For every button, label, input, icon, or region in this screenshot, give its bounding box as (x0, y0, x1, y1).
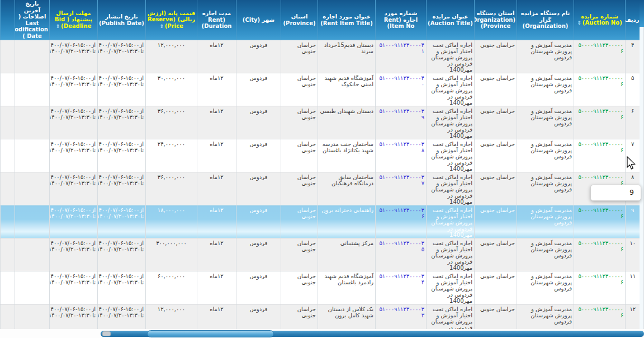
column-label: ردیف (626, 17, 640, 23)
scrollbar-resize-nub[interactable] (102, 331, 111, 336)
cell-deadline: از۱۴۰۰/۰۷/۰۶-۱۵:۰۰تا۱۴۰۰/۰۷/۲۰-۱۳:۳۰ (50, 40, 98, 73)
horizontal-scrollbar (0, 329, 644, 338)
vertical-scrollbar-track[interactable] (640, 27, 644, 329)
cell-item_no: ۵۱۰۰۰۹۱۱۲۳۰۰۰۰۳۴ (376, 271, 427, 304)
cell-rownum: ۵ (626, 73, 640, 106)
table-row[interactable]: ۸۵۰۰۰۰۹۱۱۲۳۰۰۰۰۰۶مدیریت آموزش و پرورش شه… (1, 172, 640, 205)
cell-item_title: ساختمان سابق درمانگاه فرهنگیان (318, 172, 376, 205)
rent-item-link[interactable]: ۵۱۰۰۰۹۱۱۲۳۰۰۰۰۳۵ (379, 240, 424, 252)
table-row[interactable]: ۹۵۰۰۰۰۹۱۱۲۳۰۰۰۰۰۶مدیریت آموزش و پرورش شه… (1, 205, 640, 238)
cell-province: خراسان جنوبی (281, 106, 318, 139)
cell-auction_title: اجاره اماکن تحت اختیار آموزش و پرورش شهر… (427, 73, 475, 106)
cell-rownum: ۹ (626, 205, 640, 238)
cell-duration: ۱۲ماه (197, 40, 236, 73)
mouse-cursor-icon (626, 156, 636, 171)
cell-auction_no: ۵۰۰۰۰۹۱۱۲۳۰۰۰۰۰۶ (574, 139, 626, 172)
cell-price: ۲۴,۰۰۰,۰۰۰ (146, 139, 197, 172)
column-header-price[interactable]: قیمت پایه (ارزش ریالی) (Reserve Price)⇕ (146, 0, 197, 40)
cell-org_province: خراسان جنوبی (475, 172, 517, 205)
cell-auction_title: اجاره اماکن تحت اختیار آموزش و پرورش شهر… (427, 271, 475, 304)
cell-item_no: ۵۱۰۰۰۹۱۱۲۳۰۰۰۰۳۶ (376, 205, 427, 238)
cell-org: مدیریت آموزش و پرورش شهرستان فردوس (517, 40, 574, 73)
table-row[interactable]: ۵۵۰۰۰۰۹۱۱۲۳۰۰۰۰۰۶مدیریت آموزش و پرورش شه… (1, 73, 640, 106)
date-range-line: تا۱۴۰۰/۰۷/۲۰-۱۳:۳۰ (100, 213, 144, 219)
cell-rownum: ۱۱ (626, 271, 640, 304)
cell-price: ۳۰۰,۰۰۰,۰۰۰ (146, 238, 197, 271)
cell-last_mod (15, 139, 50, 172)
cell-org: مدیریت آموزش و پرورش شهرستان فردوس (517, 73, 574, 106)
auction-table: ردیفشماره مزایده (Auction No)⇕نام دستگاه… (0, 0, 640, 338)
cell-last_mod (15, 73, 50, 106)
cell-duration: ۱۲ماه (197, 238, 236, 271)
cell-deadline: از۱۴۰۰/۰۷/۰۶-۱۵:۰۰تا۱۴۰۰/۰۷/۲۰-۱۳:۳۰ (50, 106, 98, 139)
date-range-line: از۱۴۰۰/۰۷/۰۶-۱۵:۰۰ (51, 75, 96, 81)
cell-province: خراسان جنوبی (281, 73, 318, 106)
rent-item-link[interactable]: ۵۱۰۰۰۹۱۱۲۳۰۰۰۰۴۰ (379, 75, 424, 87)
cell-duration: ۱۲ماه (197, 205, 236, 238)
cell-duration: ۱۲ماه (197, 139, 236, 172)
cell-province: خراسان جنوبی (281, 139, 318, 172)
cell-city: فردوس (236, 106, 281, 139)
table-row[interactable]: ۷۵۰۰۰۰۹۱۱۲۳۰۰۰۰۰۶مدیریت آموزش و پرورش شه… (1, 139, 640, 172)
cell-auction_no: ۵۰۰۰۰۹۱۱۲۳۰۰۰۰۰۶ (574, 40, 626, 73)
cell-deadline: از۱۴۰۰/۰۷/۰۶-۱۵:۰۰تا۱۴۰۰/۰۷/۲۰-۱۳:۳۰ (50, 238, 98, 271)
table-row[interactable]: ۴۵۰۰۰۰۹۱۱۲۳۰۰۰۰۰۶مدیریت آموزش و پرورش شه… (1, 40, 640, 73)
cell-rownum: ۶ (626, 106, 640, 139)
rent-item-link[interactable]: ۵۱۰۰۰۹۱۱۲۳۰۰۰۰۳۳ (379, 306, 424, 318)
column-label: عنوان مزایده (Auction Title) (428, 13, 473, 26)
rent-item-link[interactable]: ۵۱۰۰۰۹۱۱۲۳۰۰۰۰۳۸ (379, 141, 424, 153)
cell-city: فردوس (236, 238, 281, 271)
column-header-province: استان (Province) (281, 0, 318, 40)
cell-deadline: از۱۴۰۰/۰۷/۰۶-۱۵:۰۰تا۱۴۰۰/۰۷/۲۰-۱۳:۳۰ (50, 139, 98, 172)
column-header-duration: مدت اجاره (Rent Duration) (197, 0, 236, 40)
rent-item-link[interactable]: ۵۱۰۰۰۹۱۱۲۳۰۰۰۰۴۱ (379, 42, 424, 54)
rent-item-link[interactable]: ۵۱۰۰۰۹۱۱۲۳۰۰۰۰۳۷ (379, 174, 424, 186)
table-body: ۴۵۰۰۰۰۹۱۱۲۳۰۰۰۰۰۶مدیریت آموزش و پرورش شه… (1, 40, 640, 338)
cell-org_province: خراسان جنوبی (475, 205, 517, 238)
date-range-line: از۱۴۰۰/۰۷/۰۶-۱۵:۰۰ (100, 108, 144, 114)
cell-item_title: دبستان قدیم15خرداد سرند (318, 40, 376, 73)
cell-org_province: خراسان جنوبی (475, 271, 517, 304)
cell-province: خراسان جنوبی (281, 238, 318, 271)
cell-edge (1, 73, 15, 106)
column-header-deadline[interactable]: مهلت ارسال پیشنهاد ( Bid Deadline)⇕ (50, 0, 98, 40)
cell-price: ۱۸,۰۰۰,۰۰۰ (146, 205, 197, 238)
cell-publish: از۱۴۰۰/۰۷/۰۶-۱۵:۰۰تا۱۴۰۰/۰۷/۲۰-۱۳:۳۰ (98, 172, 146, 205)
cell-price: ۱۲,۰۰۰,۰۰۰ (146, 40, 197, 73)
cell-item_title: آموزشگاه قدیم شهید رادمرد باغستان (318, 271, 376, 304)
cell-edge (1, 205, 15, 238)
rent-item-link[interactable]: ۵۱۰۰۰۹۱۱۲۳۰۰۰۰۳۴ (379, 273, 424, 285)
row-number-tooltip: 9 (590, 185, 641, 201)
column-label: نام دستگاه مزایده گزار (Organization) (521, 10, 570, 29)
cell-org_province: خراسان جنوبی (475, 238, 517, 271)
cell-last_mod (15, 106, 50, 139)
column-header-last_mod: تاریخ آخرین اصلاحات ( Last Modification … (15, 0, 50, 40)
column-header-org: نام دستگاه مزایده گزار (Organization) (517, 0, 574, 40)
date-range-line: از۱۴۰۰/۰۷/۰۶-۱۵:۰۰ (100, 174, 144, 180)
cell-item_no: ۵۱۰۰۰۹۱۱۲۳۰۰۰۰۴۱ (376, 40, 427, 73)
rent-item-link[interactable]: ۵۱۰۰۰۹۱۱۲۳۰۰۰۰۳۹ (379, 108, 424, 120)
cell-item_no: ۵۱۰۰۰۹۱۱۲۳۰۰۰۰۳۸ (376, 139, 427, 172)
auction-number: ۵۰۰۰۰۹۱۱۲۳۰۰۰۰۰۶ (578, 273, 623, 285)
table-row[interactable]: ۶۵۰۰۰۰۹۱۱۲۳۰۰۰۰۰۶مدیریت آموزش و پرورش شه… (1, 106, 640, 139)
date-range-line: از۱۴۰۰/۰۷/۰۶-۱۵:۰۰ (51, 174, 96, 180)
cell-city: فردوس (236, 271, 281, 304)
date-range-line: تا۱۴۰۰/۰۷/۲۰-۱۳:۳۰ (100, 180, 144, 186)
date-range-line: تا۱۴۰۰/۰۷/۲۰-۱۳:۳۰ (51, 312, 96, 318)
cell-org: مدیریت آموزش و پرورش شهرستان فردوس (517, 271, 574, 304)
column-header-auction_no[interactable]: شماره مزایده (Auction No)⇕ (574, 0, 626, 40)
cell-price: ۳۶,۰۰۰,۰۰۰ (146, 172, 197, 205)
table-row[interactable]: ۱۰۵۰۰۰۰۹۱۱۲۳۰۰۰۰۰۶مدیریت آموزش و پرورش ش… (1, 238, 640, 271)
horizontal-scrollbar-thumb[interactable] (147, 330, 274, 337)
auction-number: ۵۰۰۰۰۹۱۱۲۳۰۰۰۰۰۶ (578, 42, 623, 54)
cell-province: خراسان جنوبی (281, 172, 318, 205)
column-label: شماره مزایده (Auction No) (581, 13, 622, 26)
date-range-line: تا۱۴۰۰/۰۷/۲۰-۱۳:۳۰ (100, 81, 144, 87)
cell-province: خراسان جنوبی (281, 205, 318, 238)
rent-item-link[interactable]: ۵۱۰۰۰۹۱۱۲۳۰۰۰۰۳۶ (379, 207, 424, 219)
date-range-line: تا۱۴۰۰/۰۷/۲۰-۱۳:۳۰ (100, 312, 144, 318)
table-row[interactable]: ۱۱۵۰۰۰۰۹۱۱۲۳۰۰۰۰۰۶مدیریت آموزش و پرورش ش… (1, 271, 640, 304)
cell-last_mod (15, 40, 50, 73)
date-range-line: از۱۴۰۰/۰۷/۰۶-۱۵:۰۰ (100, 42, 144, 48)
date-range-line: تا۱۴۰۰/۰۷/۲۰-۱۳:۳۰ (100, 147, 144, 153)
